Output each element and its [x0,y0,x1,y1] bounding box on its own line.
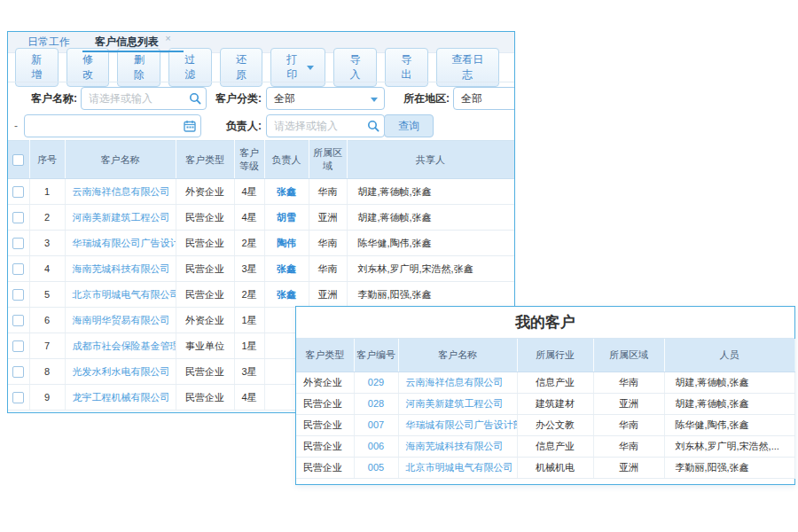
customer-name-link[interactable]: 海南明华贸易有限公司 [65,308,176,333]
my-customers-panel: 我的客户 客户类型 客户编号 客户名称 所属行业 所属区域 人员 外资企业 [295,306,795,485]
customer-name-link[interactable]: 龙宇工程机械有限公司 [65,385,176,411]
customer-name-link[interactable]: 华瑞城有限公司广告设计部 [65,231,176,256]
col-header-people: 人员 [664,339,794,372]
col-header-industry: 所属行业 [517,339,593,372]
col-header-region: 所属区域 [593,339,664,372]
tab-daily-work[interactable]: 日常工作 [15,32,82,52]
customer-level: 4星 [234,205,264,231]
query-button[interactable]: 查询 [384,114,434,137]
close-icon[interactable]: × [165,33,170,43]
owner-link[interactable]: 张鑫 [264,179,309,205]
table-row[interactable]: 外资企业 029 云南海祥信息有限公司 信息产业 华南 胡建,蒋德帧,张鑫 [296,372,794,393]
toolbar: 新增 修改 删除 过滤 还原 打印 导入 导出 查看日志 [8,53,514,82]
customer-category-select[interactable]: 全部 [266,87,385,110]
customer-name-link[interactable]: 海南芜城科技有限公司 [65,256,176,282]
customer-code-link[interactable]: 006 [354,435,398,457]
calendar-icon[interactable] [184,120,196,132]
shared-people: 陈华健,陶伟,张鑫 [347,231,514,256]
table-row[interactable]: 5 北京市明城电气有限公司 民营企业 2星 张鑫 亚洲 李勤丽,阳强,张鑫 [8,282,514,308]
customer-name-link[interactable]: 河南美新建筑工程公司 [65,205,176,231]
table-row[interactable]: 2 河南美新建筑工程公司 民营企业 4星 胡雪 亚洲 胡建,蒋德帧,张鑫 [8,205,514,231]
tab-label: 日常工作 [27,35,70,48]
row-index: 5 [29,282,65,308]
customer-type: 民营企业 [176,385,234,411]
row-checkbox[interactable] [12,263,24,275]
customer-level: 2星 [234,231,264,256]
row-index: 6 [29,308,65,333]
customer-type: 民营企业 [176,359,234,385]
customer-type: 外资企业 [176,308,234,333]
row-index: 4 [29,256,65,282]
customer-type: 民营企业 [296,457,354,478]
select-all-checkbox[interactable] [12,154,24,166]
customer-name-input[interactable] [81,87,207,110]
customer-code-link[interactable]: 028 [354,393,398,414]
row-checkbox[interactable] [12,315,24,326]
region: 华南 [309,256,347,282]
customer-name-link[interactable]: 北京市明城电气有限公司 [398,457,517,478]
row-index: 3 [29,231,65,256]
row-checkbox[interactable] [12,340,24,352]
search-icon[interactable] [367,120,379,132]
region-label: 所在地区: [389,87,450,110]
col-header-region: 所属区域 [309,141,347,179]
customer-name-link[interactable]: 光发水利水电有限公司 [65,359,176,385]
row-checkbox[interactable] [12,186,24,198]
table-row[interactable]: 4 海南芜城科技有限公司 民营企业 3星 张鑫 华南 刘东林,罗广明,宋浩然,张… [8,256,514,282]
people: 胡建,蒋德帧,张鑫 [664,393,794,414]
customer-name-link[interactable]: 海南芜城科技有限公司 [398,435,517,457]
col-header-shared: 共享人 [347,141,514,179]
owner-link[interactable]: 陶伟 [264,231,309,256]
table-row[interactable]: 1 云南海祥信息有限公司 外资企业 4星 张鑫 华南 胡建,蒋德帧,张鑫 [8,179,514,205]
table-header-row: 客户类型 客户编号 客户名称 所属行业 所属区域 人员 [296,339,794,372]
people: 刘东林,罗广明,宋浩然,... [664,435,794,457]
customer-name-label: 客户名称: [17,87,77,110]
col-header-name: 客户名称 [398,339,517,372]
row-checkbox[interactable] [12,238,24,249]
col-header-no: 序号 [29,141,65,179]
row-index: 1 [29,179,65,205]
row-checkbox[interactable] [12,289,24,301]
row-index: 8 [29,359,65,385]
table-row[interactable]: 民营企业 028 河南美新建筑工程公司 建筑建材 亚洲 胡建,蒋德帧,张鑫 [296,393,794,414]
tab-customer-list[interactable]: 客户信息列表 × [82,32,184,52]
print-label: 打印 [282,52,301,82]
customer-code-link[interactable]: 007 [354,414,398,435]
owner-link[interactable]: 胡雪 [264,205,309,231]
customer-code-link[interactable]: 029 [354,372,398,393]
customer-name-link[interactable]: 华瑞城有限公司广告设计部 [398,414,517,435]
customer-name-link[interactable]: 北京市明城电气有限公司 [65,282,176,308]
row-checkbox[interactable] [12,392,24,403]
customer-type: 外资企业 [296,372,354,393]
region: 亚洲 [309,205,347,231]
customer-name-link[interactable]: 云南海祥信息有限公司 [398,372,517,393]
customer-level: 4星 [234,385,264,411]
customer-level: 1星 [234,333,264,359]
region: 华南 [309,231,347,256]
customer-category-label: 客户分类: [201,87,262,110]
region-input[interactable] [453,87,514,110]
people: 胡建,蒋德帧,张鑫 [664,372,794,393]
customer-name-link[interactable]: 河南美新建筑工程公司 [398,393,517,414]
col-header-level: 客户等级 [234,141,264,179]
table-row[interactable]: 民营企业 005 北京市明城电气有限公司 机械机电 亚洲 李勤丽,阳强,张鑫 [296,457,794,478]
tab-label: 客户信息列表 [95,35,159,48]
search-icon[interactable] [189,92,201,105]
row-checkbox[interactable] [12,366,24,378]
table-row[interactable]: 民营企业 006 海南芜城科技有限公司 信息产业 华南 刘东林,罗广明,宋浩然,… [296,435,794,457]
owner-link[interactable]: 张鑫 [264,256,309,282]
table-row[interactable]: 3 华瑞城有限公司广告设计部 民营企业 2星 陶伟 华南 陈华健,陶伟,张鑫 [8,231,514,256]
col-header-name: 客户名称 [65,141,176,179]
row-checkbox[interactable] [12,212,24,223]
col-header-owner: 负责人 [264,141,309,179]
region: 华南 [309,179,347,205]
row-index: 2 [29,205,65,231]
customer-type: 民营企业 [296,414,354,435]
customer-name-link[interactable]: 成都市社会保险基金管理... [65,333,176,359]
customer-code-link[interactable]: 005 [354,457,398,478]
table-row[interactable]: 民营企业 007 华瑞城有限公司广告设计部 办公文教 华南 陈华健,陶伟,张鑫 [296,414,794,435]
chevron-down-icon [307,66,314,70]
date-input[interactable] [24,114,201,137]
customer-name-link[interactable]: 云南海祥信息有限公司 [65,179,176,205]
owner-link[interactable]: 张鑫 [264,282,309,308]
